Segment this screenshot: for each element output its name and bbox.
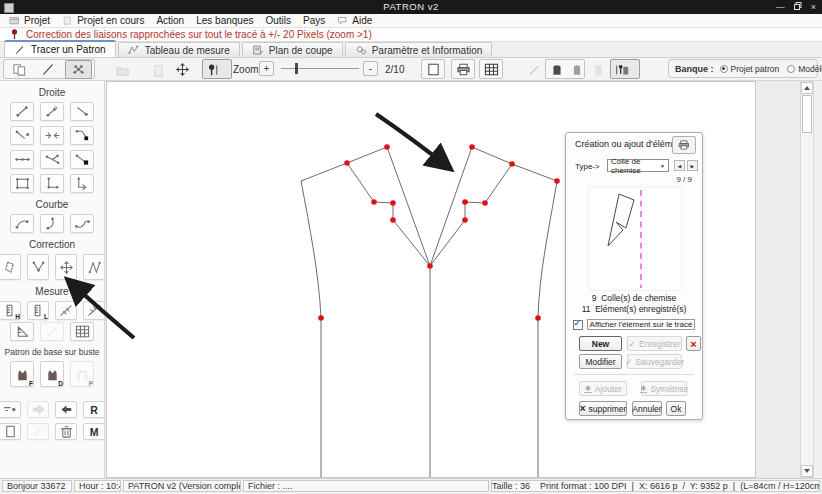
tool-l-arrow[interactable] [70, 174, 94, 193]
close-icon[interactable]: × [811, 2, 816, 12]
tool-line-angle[interactable]: α [40, 102, 64, 121]
new-button[interactable]: New [579, 336, 622, 351]
tool-fork-lines[interactable] [40, 150, 64, 169]
count-collars: 9 Colle(s) de chemise [566, 293, 702, 303]
tool-curve-3[interactable] [70, 214, 94, 233]
restore-icon[interactable] [794, 2, 802, 12]
window-title: PATRON v2 [0, 1, 822, 12]
tool-scale-tool[interactable] [10, 322, 34, 341]
panel-print-button[interactable] [672, 136, 696, 154]
tool-correction-shape[interactable] [0, 254, 21, 280]
page-frame-button[interactable] [421, 59, 445, 79]
tool-arrow-left[interactable] [55, 401, 77, 418]
print-button[interactable] [451, 59, 475, 79]
pin-garment-button[interactable] [610, 59, 640, 79]
menu-pays[interactable]: Pays [297, 14, 331, 27]
garment-tools-group[interactable] [545, 59, 585, 79]
save-button: Enregistrer [627, 336, 682, 351]
tool-correction-lines[interactable] [83, 254, 105, 280]
add-label: Ajouter [595, 384, 622, 394]
tool-rectangle[interactable] [10, 174, 34, 193]
tool-l-shape[interactable] [40, 174, 64, 193]
grid-button[interactable] [479, 59, 503, 79]
tool-rect-outline[interactable] [0, 423, 21, 440]
pages-icon[interactable] [6, 60, 33, 79]
menu-outils[interactable]: Outils [259, 14, 297, 27]
tool-measure-diagonal[interactable] [55, 301, 77, 320]
tool-bodice-back[interactable]: D [40, 361, 64, 387]
zoom-slider[interactable] [281, 61, 359, 76]
tool-dash-dot[interactable] [0, 401, 21, 418]
banque-option-projet-patron[interactable]: Projet patron [720, 64, 780, 74]
menu-aide[interactable]: Aide [331, 14, 378, 27]
backup-label: Sauvegarder [635, 357, 684, 367]
cluster-icon[interactable] [65, 60, 92, 79]
tool-points-on-line[interactable] [10, 150, 34, 169]
tool-correction-move[interactable] [55, 254, 77, 280]
tab-paramètre-et-information[interactable]: Paramètre et Information [345, 42, 493, 57]
zoom-in-button[interactable]: + [259, 61, 274, 76]
pin-shirt-icon[interactable] [613, 60, 631, 79]
vertical-scrollbar[interactable] [800, 81, 814, 478]
tool-line-square-end[interactable] [70, 150, 94, 169]
pen-tool-disabled-icon [524, 61, 544, 78]
cancel-button[interactable]: Annuler [632, 401, 662, 416]
status-bar: Bonjour 33672Hour : 10:47:29PATRON v2 (V… [0, 478, 822, 494]
type-select[interactable]: Colle de chemise [607, 159, 669, 172]
symmetrize-button: Symétrise [641, 381, 687, 396]
count-elements: 11 Elément(s) enregistré(s) [566, 304, 702, 314]
tool-line-two-points[interactable] [10, 102, 34, 121]
move-tool-button[interactable] [172, 61, 192, 78]
asterisk-icon [584, 385, 592, 393]
scroll-down-button[interactable] [801, 465, 813, 477]
menu-action[interactable]: Action [150, 14, 190, 27]
tool-grid-tool[interactable] [70, 322, 94, 341]
warning-text: Correction des liaisons rapprochées sur … [26, 29, 372, 40]
menu-label: Les banques [196, 15, 253, 26]
pin-tool-button[interactable] [202, 59, 232, 79]
zoom-slider-track [281, 68, 359, 69]
right-gutter [756, 81, 800, 478]
zoom-slider-thumb[interactable] [295, 63, 298, 74]
measure-icon [128, 44, 141, 56]
tab-tableau-de-mesure[interactable]: Tableau de mesure [118, 42, 240, 57]
remove-button[interactable]: supprimer [579, 401, 627, 416]
minimize-icon[interactable]: — [776, 2, 785, 12]
pen-line-icon[interactable] [35, 60, 62, 79]
tab-plan-de-coupe[interactable]: Plan de coupe [242, 42, 343, 57]
show-element-checkbox[interactable] [573, 320, 583, 330]
tool-curve-2[interactable] [40, 214, 64, 233]
next-element-button[interactable] [687, 160, 698, 171]
tool-measure-diagonal-2[interactable] [83, 301, 105, 320]
pager-label: 9 / 9 [676, 175, 692, 184]
tool-line-offset-point[interactable] [10, 126, 34, 145]
tool-compress-points[interactable] [40, 126, 64, 145]
scrollbar-thumb[interactable] [802, 95, 812, 133]
tool-correction-junction[interactable] [27, 254, 49, 280]
prev-element-button[interactable] [674, 160, 685, 171]
tool-m-button[interactable]: M [83, 423, 105, 440]
asterisk-icon [640, 385, 648, 393]
tool-trash[interactable] [55, 423, 77, 440]
tool-corner-square[interactable] [70, 126, 94, 145]
delete-x-button[interactable] [686, 336, 701, 351]
tool-curve-1[interactable] [10, 214, 34, 233]
tool-r-button[interactable]: R [83, 401, 105, 418]
cutplan-icon [252, 44, 265, 56]
tool-bodice-front[interactable]: F [10, 361, 34, 387]
shirt-light-icon[interactable] [568, 60, 586, 79]
scroll-up-button[interactable] [801, 82, 813, 94]
banque-option-modèle[interactable]: Modèle [787, 64, 822, 74]
x-icon [580, 403, 586, 414]
tool-measure-height[interactable]: H [0, 301, 21, 320]
tool-line-end-point[interactable] [70, 102, 94, 121]
tab-tracer-un-patron[interactable]: Tracer un Patron [4, 40, 116, 57]
menu-projet[interactable]: Projet [3, 14, 56, 27]
modify-button[interactable]: Modifier [579, 354, 622, 369]
ok-button[interactable]: Ok [666, 401, 686, 416]
menu-projet-en-cours[interactable]: Projet en cours [56, 14, 150, 27]
zoom-out-button[interactable]: - [363, 61, 378, 76]
menu-les-banques[interactable]: Les banques [190, 14, 259, 27]
shirt-dark-icon[interactable] [548, 60, 566, 79]
tool-measure-length[interactable]: L [27, 301, 49, 320]
